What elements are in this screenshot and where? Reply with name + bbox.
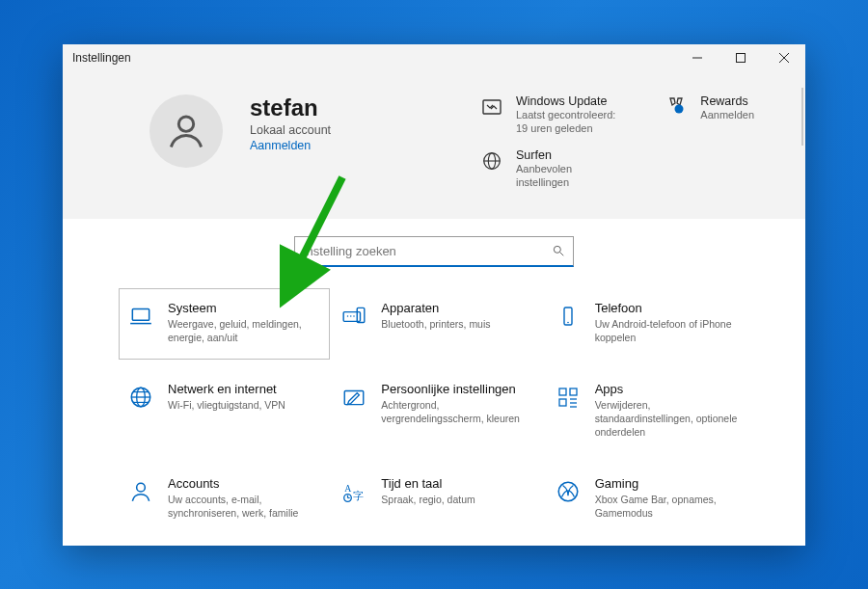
xbox-icon (555, 478, 582, 505)
svg-rect-29 (559, 399, 566, 406)
tile-persoonlijke[interactable]: Persoonlijke instellingen Achtergrond, v… (332, 369, 543, 454)
settings-grid: Systeem Weergave, geluid, meldingen, ene… (63, 281, 805, 546)
avatar[interactable] (149, 94, 223, 168)
hero-band: stefan Lokaal account Aanmelden Windows … (63, 73, 805, 219)
svg-point-16 (347, 315, 349, 317)
tile-title: Apps (595, 382, 746, 396)
tile-title: Apparaten (381, 301, 490, 315)
tile-apparaten[interactable]: Apparaten Bluetooth, printers, muis (332, 288, 543, 360)
window-title: Instellingen (72, 51, 675, 65)
maximize-button[interactable] (719, 44, 762, 73)
svg-point-20 (567, 321, 569, 323)
tile-title: Telefoon (595, 301, 746, 315)
laptop-icon (127, 303, 154, 330)
svg-rect-28 (570, 388, 577, 395)
tile-desc: Xbox Game Bar, opnames, Gamemodus (595, 493, 746, 520)
svg-point-17 (350, 315, 352, 317)
tile-systeem[interactable]: Systeem Weergave, geluid, meldingen, ene… (119, 288, 330, 360)
window-controls (675, 44, 805, 73)
svg-point-33 (137, 484, 146, 493)
settings-window: Instellingen stefan Lokaal account Aanme… (63, 44, 805, 546)
svg-rect-12 (132, 308, 149, 320)
user-icon (165, 110, 207, 152)
svg-point-4 (178, 116, 193, 130)
svg-line-11 (560, 253, 564, 256)
tile-title: Accounts (168, 476, 319, 491)
svg-text:A: A (345, 483, 352, 494)
search-box[interactable] (294, 236, 574, 267)
scrollbar[interactable] (801, 88, 803, 146)
signin-link[interactable]: Aanmelden (250, 139, 423, 152)
status-title: Windows Update (516, 94, 615, 108)
tile-title: Netwerk en internet (168, 382, 285, 396)
phone-icon (555, 303, 582, 330)
tile-desc: Verwijderen, standaardinstellingen, opti… (595, 398, 746, 440)
tile-title: Systeem (168, 301, 319, 315)
person-icon (127, 478, 154, 505)
status-column-2: Rewards Aanmelden (664, 94, 754, 121)
sync-icon (479, 94, 504, 120)
user-subtitle: Lokaal account (250, 123, 423, 137)
close-button[interactable] (762, 44, 805, 73)
status-rewards[interactable]: Rewards Aanmelden (664, 94, 754, 121)
tile-title: Tijd en taal (381, 476, 475, 491)
globe-icon (127, 384, 154, 411)
tile-accounts[interactable]: Accounts Uw accounts, e-mail, synchronis… (119, 464, 330, 535)
svg-rect-5 (483, 100, 501, 114)
tile-apps[interactable]: Apps Verwijderen, standaardinstellingen,… (546, 369, 757, 454)
tile-tijd-taal[interactable]: A字 Tijd en taal Spraak, regio, datum (332, 464, 543, 535)
user-block: stefan Lokaal account Aanmelden (250, 94, 423, 152)
tile-desc: Uw accounts, e-mail, synchroniseren, wer… (168, 493, 319, 520)
apps-icon (555, 384, 582, 411)
titlebar: Instellingen (63, 44, 805, 73)
svg-point-10 (554, 247, 560, 254)
tile-desc: Uw Android-telefoon of iPhone koppelen (595, 317, 746, 344)
medal-icon (664, 94, 689, 120)
svg-text:字: 字 (353, 490, 364, 501)
status-title: Rewards (700, 94, 754, 108)
tile-telefoon[interactable]: Telefoon Uw Android-telefoon of iPhone k… (546, 288, 757, 360)
pencil-icon (340, 384, 367, 411)
tile-title: Persoonlijke instellingen (381, 382, 532, 396)
user-name: stefan (250, 94, 423, 121)
svg-rect-27 (559, 388, 566, 395)
search-input[interactable] (303, 244, 552, 258)
svg-rect-26 (345, 390, 365, 404)
tile-desc: Spraak, regio, datum (381, 493, 475, 506)
search-wrap (63, 219, 805, 281)
language-icon: A字 (340, 478, 367, 505)
tile-desc: Achtergrond, vergrendelingsscherm, kleur… (381, 398, 532, 425)
status-column-1: Windows Update Laatst gecontroleerd:19 u… (479, 94, 615, 190)
status-surfen[interactable]: Surfen Aanbevoleninstellingen (479, 148, 615, 190)
tile-title: Gaming (595, 476, 746, 491)
keyboard-icon (340, 303, 367, 330)
minimize-button[interactable] (675, 44, 719, 73)
tile-gaming[interactable]: Gaming Xbox Game Bar, opnames, Gamemodus (546, 464, 757, 535)
tile-desc: Wi-Fi, vliegtuigstand, VPN (168, 398, 285, 412)
status-windows-update[interactable]: Windows Update Laatst gecontroleerd:19 u… (479, 94, 615, 136)
tile-desc: Weergave, geluid, meldingen, energie, aa… (168, 317, 319, 344)
svg-point-18 (354, 315, 356, 317)
svg-point-9 (675, 104, 684, 113)
globe-icon (479, 148, 504, 174)
svg-rect-1 (736, 54, 745, 63)
tile-desc: Bluetooth, printers, muis (381, 317, 490, 331)
status-title: Surfen (516, 148, 572, 162)
tile-netwerk[interactable]: Netwerk en internet Wi-Fi, vliegtuigstan… (119, 369, 330, 454)
search-icon (552, 244, 565, 257)
